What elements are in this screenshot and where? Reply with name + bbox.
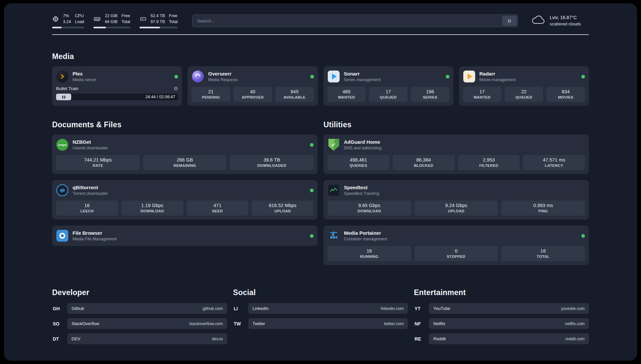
memory-widget: 22 GiB 64 GiB Free Total <box>93 13 130 28</box>
memory-label-top: Free <box>121 13 130 19</box>
filebrowser-status-dot <box>310 234 314 238</box>
cpu-icon <box>52 15 59 22</box>
bookmark-stackoverflow[interactable]: StackOverflow stackoverflow.com <box>67 318 227 329</box>
documents-section-title: Documents & Files <box>52 120 318 129</box>
radarr-status-dot <box>581 75 585 78</box>
card-sonarr: Sonarr Series management 485 WANTED 17 Q… <box>323 66 453 106</box>
stat-label: RATE <box>57 164 138 167</box>
bookmark-abbr: LI <box>233 306 248 311</box>
weather-condition: scattered clouds <box>550 21 581 27</box>
search-input[interactable] <box>193 18 502 23</box>
playback-progress-bar[interactable]: 24:44 / 02:06:47 <box>56 94 178 100</box>
cpu-widget: 7% 3.24 CPU Load <box>52 13 84 28</box>
plex-status-dot <box>174 75 178 78</box>
bookmark-linkedin[interactable]: LinkedIn linkedin.com <box>248 303 408 314</box>
stat-label: REMAINING <box>144 164 226 167</box>
search-bar[interactable]: G <box>192 15 518 27</box>
nzbget-link[interactable]: nzbget NZBGet Usenet downloader <box>56 138 314 151</box>
disk-icon <box>139 15 147 22</box>
stat-label: SEED <box>188 209 247 213</box>
stat-label: PING <box>503 209 584 213</box>
radarr-stat-wanted: 17 WANTED <box>463 87 502 102</box>
bookmark-abbr: GH <box>52 306 67 311</box>
plex-link[interactable]: Plex Media server <box>56 70 178 83</box>
stat-value: 0 <box>416 248 497 254</box>
stat-value: 86,384 <box>394 157 453 163</box>
card-overseerr: Overseerr Media Requests 21 PENDING 40 A… <box>188 66 318 106</box>
bookmark-row: GH Github github.com <box>52 303 227 314</box>
overseerr-link[interactable]: Overseerr Media Requests <box>192 70 314 83</box>
speedtest-name: Speedtest <box>344 184 379 191</box>
plex-name: Plex <box>73 71 96 77</box>
stat-value: 498,461 <box>329 157 388 163</box>
bookmark-netflix[interactable]: Netflix netflix.com <box>429 318 589 329</box>
cpu-label-top: CPU <box>75 13 84 19</box>
stat-value: 16 <box>503 248 584 254</box>
memory-icon <box>93 15 101 22</box>
sonarr-link[interactable]: Sonarr Series management <box>327 70 449 83</box>
stat-label: RUNNING <box>329 255 410 258</box>
qbittorrent-stat-upload: 618.52 Mbps UPLOAD <box>252 200 314 216</box>
stat-label: QUEUED <box>370 95 406 99</box>
bookmark-name: StackOverflow <box>72 321 99 326</box>
bookmark-twitter[interactable]: Twitter twitter.com <box>248 318 408 329</box>
stat-value: 40 <box>235 89 271 94</box>
speedtest-stat-download: 9.65 Gbps DOWNLOAD <box>327 200 411 216</box>
stat-value: 2,953 <box>459 157 519 163</box>
bookmark-github[interactable]: Github github.com <box>67 303 227 314</box>
portainer-crane-icon <box>327 229 340 242</box>
speedtest-icon <box>327 184 340 197</box>
portainer-subtitle: Container management <box>344 236 387 242</box>
overseerr-stat-approved: 40 APPROVED <box>233 87 272 102</box>
stat-value: 9.24 Gbps <box>416 203 497 208</box>
bookmark-name: Github <box>72 306 84 311</box>
card-filebrowser: File Browser Media File Management <box>52 226 318 246</box>
stat-value: 9.65 Gbps <box>329 203 410 208</box>
disk-widget: 52.4 TB 97.9 TB Free Total <box>139 13 178 28</box>
stat-value: 485 <box>329 89 365 94</box>
bookmark-row: RE Reddit reddit.com <box>414 333 589 344</box>
stat-label: WANTED <box>329 95 365 99</box>
pause-button[interactable] <box>56 94 71 100</box>
weather-location: Lviv, 16.87°C <box>550 14 581 21</box>
stat-value: 834 <box>548 89 584 94</box>
disk-usage-bar <box>139 27 178 28</box>
bookmark-url: youtube.com <box>561 306 585 311</box>
disk-label-bottom: Total <box>169 19 177 25</box>
bookmark-name: YouTube <box>433 306 450 311</box>
portainer-link[interactable]: Media Portainer Container management <box>327 229 585 242</box>
stat-label: WANTED <box>464 95 500 99</box>
cloud-icon <box>531 15 546 26</box>
stat-label: MOVIES <box>548 95 584 99</box>
stat-value: 16 <box>57 203 117 208</box>
weather-widget: Lviv, 16.87°C scattered clouds <box>531 14 589 27</box>
speedtest-link[interactable]: Speedtest Speedtest Tracking <box>327 184 585 197</box>
bookmark-youtube[interactable]: YouTube youtube.com <box>429 303 589 314</box>
filebrowser-link[interactable]: File Browser Media File Management <box>56 229 314 242</box>
bookmark-row: LI LinkedIn linkedin.com <box>233 303 408 314</box>
card-qbittorrent: qb qBittorrent Torrent downloader 16 LEE… <box>52 180 318 220</box>
stat-value: 47.571 ms <box>524 157 584 163</box>
settings-gear-icon[interactable]: ⚙ <box>174 86 178 91</box>
bookmark-reddit[interactable]: Reddit reddit.com <box>429 333 589 344</box>
qbittorrent-name: qBittorrent <box>73 184 108 191</box>
overseerr-stat-available: 945 AVAILABLE <box>275 87 314 102</box>
adguard-link[interactable]: AdGuard Home DNS and adblocking <box>327 138 585 151</box>
disk-label-top: Free <box>169 13 177 19</box>
sonarr-stat-series: 196 SERIES <box>411 87 449 102</box>
stat-label: UPLOAD <box>416 209 497 213</box>
qbittorrent-stat-leech: 16 LEECH <box>56 200 118 216</box>
system-widgets: 7% 3.24 CPU Load <box>52 13 178 28</box>
search-engine-button[interactable]: G <box>502 16 517 26</box>
radarr-link[interactable]: Radarr Movie management <box>463 70 585 83</box>
qbittorrent-link[interactable]: qb qBittorrent Torrent downloader <box>56 184 314 197</box>
bookmark-dev[interactable]: DEV dev.to <box>67 333 227 344</box>
portainer-name: Media Portainer <box>344 230 387 236</box>
bookmark-row: DT DEV dev.to <box>52 333 227 344</box>
stat-value: 744.21 Mbps <box>57 157 138 163</box>
media-section: Media Plex Media server Bullet Tra <box>52 52 589 106</box>
stat-value: 16 <box>329 248 410 254</box>
bookmark-row: SO StackOverflow stackoverflow.com <box>52 318 227 329</box>
bookmark-name: Netflix <box>433 321 445 326</box>
stat-label: UPLOAD <box>253 209 312 213</box>
